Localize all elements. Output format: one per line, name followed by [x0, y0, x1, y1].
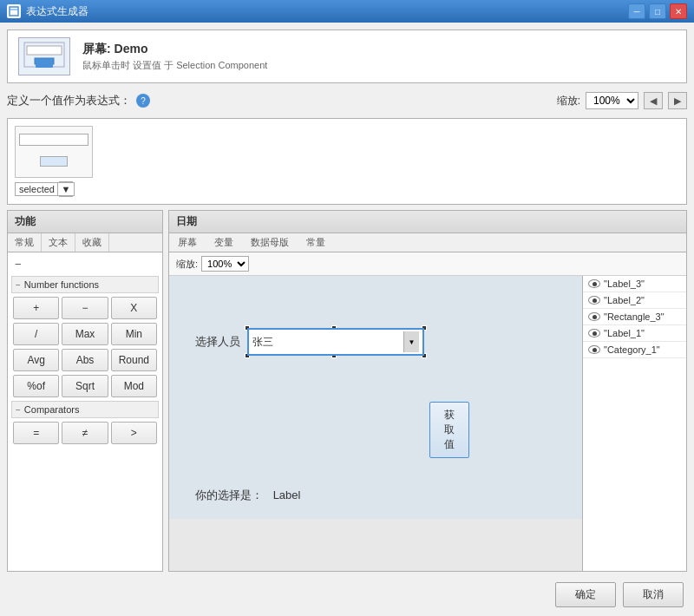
window-title: 表达式生成器 [26, 4, 88, 19]
selection-value-display: 张三 ▼ [249, 330, 422, 354]
plus-button[interactable]: + [13, 297, 59, 319]
tab-variable[interactable]: 变量 [206, 233, 242, 252]
get-value-button[interactable]: 获取值 [429, 402, 469, 458]
canvas-zoom-select[interactable]: 100% 50% 75% 125% [201, 256, 249, 272]
maximize-button[interactable]: □ [649, 3, 666, 19]
percent-button[interactable]: %of [13, 375, 59, 397]
confirm-button[interactable]: 确定 [555, 582, 616, 607]
multiply-button[interactable]: X [111, 297, 157, 319]
definition-right: 缩放: 100% 50% 75% 125% 150% ◀ ▶ [557, 92, 687, 109]
right-panel: 日期 屏幕 变量 数据母版 常量 缩放: 100% 50% 75% 125% [168, 210, 687, 572]
tab-constant[interactable]: 常量 [298, 233, 334, 252]
panel-tabs: 常规 文本 收藏 [8, 233, 162, 252]
collapse-btn[interactable]: − [11, 256, 159, 272]
sqrt-button[interactable]: Sqrt [62, 375, 108, 397]
abs-button[interactable]: Abs [62, 349, 108, 371]
svg-rect-3 [27, 46, 62, 55]
label-name-0[interactable]: "Label_3" [604, 279, 645, 289]
preview-area: selected ▼ [7, 118, 687, 205]
right-tabs: 屏幕 变量 数据母版 常量 [169, 233, 686, 252]
zoom-select[interactable]: 100% 50% 75% 125% 150% [586, 92, 638, 109]
selection-current-value: 张三 [252, 335, 403, 350]
title-bar: 表达式生成器 ─ □ ✕ [0, 0, 694, 23]
label-item-3: "Label_1" [583, 325, 686, 342]
greater-than-button[interactable]: > [111, 422, 157, 444]
selection-dropdown-arrow[interactable]: ▼ [403, 331, 419, 352]
left-panel: 功能 常规 文本 收藏 − − Number functions + − [7, 210, 163, 572]
close-button[interactable]: ✕ [670, 3, 687, 19]
eye-icon-4[interactable] [588, 345, 600, 354]
labels-sidebar: "Label_3" "Label_2" "Rectangle_3" "Label… [582, 276, 686, 571]
comparator-buttons: = ≠ > [13, 422, 157, 444]
header-section: 屏幕: Demo 鼠标单击时 设置值 于 Selection Component [7, 29, 687, 83]
section-collapse-icon: − [16, 280, 21, 290]
label-name-1[interactable]: "Label_2" [604, 295, 645, 305]
minus-button[interactable]: − [62, 297, 108, 319]
canvas-area: 选择人员 张三 [169, 276, 582, 571]
preview-selected: selected ▼ [15, 181, 93, 197]
tab-data-master[interactable]: 数据母版 [242, 233, 298, 252]
svg-rect-4 [35, 58, 54, 64]
selection-wrapper: 张三 ▼ [247, 328, 424, 356]
definition-row: 定义一个值作为表达式： ? 缩放: 100% 50% 75% 125% 150%… [7, 88, 687, 113]
divide-button[interactable]: / [13, 323, 59, 345]
bottom-bar: 确定 取消 [7, 577, 687, 609]
functions-header: 功能 [8, 211, 162, 233]
screen-subtitle: 鼠标单击时 设置值 于 Selection Component [82, 59, 267, 72]
label-item-2: "Rectangle_3" [583, 309, 686, 325]
definition-label: 定义一个值作为表达式： [7, 93, 131, 108]
eye-icon-3[interactable] [588, 329, 600, 337]
window-body: 屏幕: Demo 鼠标单击时 设置值 于 Selection Component… [0, 23, 694, 616]
round-button[interactable]: Round [111, 349, 157, 371]
eye-icon-2[interactable] [588, 312, 600, 321]
label-name-3[interactable]: "Label_1" [604, 328, 645, 338]
help-icon[interactable]: ? [136, 94, 150, 108]
func-buttons-row4: %of Sqrt Mod [13, 375, 157, 397]
minimize-button[interactable]: ─ [628, 3, 645, 19]
canvas-zoom-label: 缩放: [176, 258, 198, 271]
number-functions-label: Number functions [24, 279, 99, 290]
right-panel-header: 日期 [169, 211, 686, 233]
screen-title: 屏幕: Demo [82, 42, 267, 57]
tab-favorites[interactable]: 收藏 [75, 233, 109, 252]
label-name-2[interactable]: "Rectangle_3" [604, 311, 665, 322]
comparators-collapse-icon: − [16, 405, 21, 415]
equals-button[interactable]: = [13, 422, 59, 444]
main-content: 功能 常规 文本 收藏 − − Number functions + − [7, 210, 687, 572]
right-content: 选择人员 张三 [169, 276, 686, 571]
min-button[interactable]: Min [111, 323, 157, 345]
result-row: 你的选择是： Label [195, 488, 300, 503]
comparators-section[interactable]: − Comparators [11, 401, 159, 418]
header-text: 屏幕: Demo 鼠标单击时 设置值 于 Selection Component [82, 42, 267, 72]
result-value: Label [273, 488, 301, 501]
preview-dropdown-button[interactable]: ▼ [59, 181, 73, 197]
mod-button[interactable]: Mod [111, 375, 157, 397]
avg-button[interactable]: Avg [13, 349, 59, 371]
label-item-1: "Label_2" [583, 292, 686, 309]
selection-input[interactable]: 张三 ▼ [247, 328, 424, 356]
canvas-zoom-row: 缩放: 100% 50% 75% 125% [169, 252, 686, 276]
window-controls: ─ □ ✕ [628, 3, 687, 19]
comparators-label: Comparators [24, 404, 80, 415]
tab-common[interactable]: 常规 [8, 233, 42, 252]
preview-component [15, 126, 93, 178]
nav-back-button[interactable]: ◀ [644, 92, 663, 109]
number-functions-section[interactable]: − Number functions [11, 276, 159, 293]
func-buttons-row3: Avg Abs Round [13, 349, 157, 371]
label-item-4: "Category_1" [583, 342, 686, 358]
panel-content: − − Number functions + − X / Max Min [8, 252, 162, 571]
cancel-button[interactable]: 取消 [623, 582, 684, 607]
max-button[interactable]: Max [62, 323, 108, 345]
nav-forward-button[interactable]: ▶ [668, 92, 687, 109]
eye-icon-0[interactable] [588, 279, 600, 288]
label-name-4[interactable]: "Category_1" [604, 344, 660, 355]
tab-text[interactable]: 文本 [42, 233, 75, 252]
not-equals-button[interactable]: ≠ [62, 422, 108, 444]
window-icon [7, 4, 21, 18]
eye-icon-1[interactable] [588, 296, 600, 305]
selected-value: selected [15, 182, 59, 196]
tab-screen[interactable]: 屏幕 [169, 233, 206, 252]
right-panel-title: 日期 [176, 214, 197, 229]
selection-label: 选择人员 [195, 334, 240, 350]
canvas-inner: 选择人员 张三 [169, 276, 582, 519]
